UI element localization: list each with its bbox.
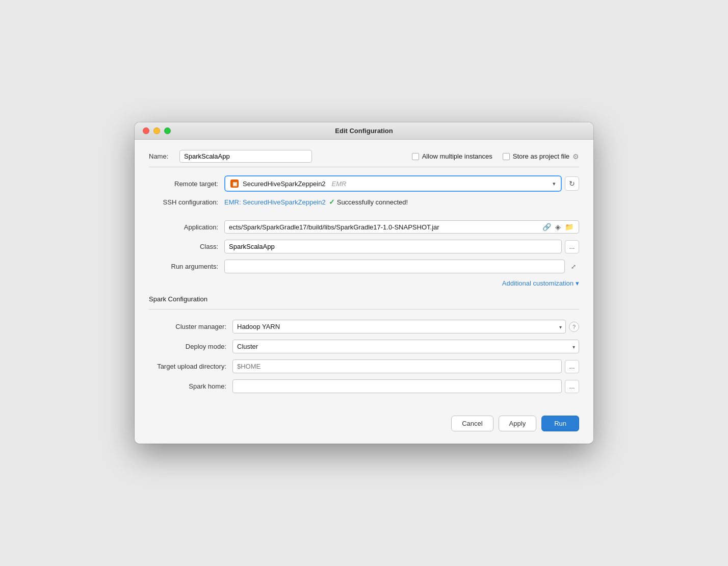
target-upload-label: Target upload directory: [157,363,232,370]
cluster-manager-select-wrapper: Hadoop YARN Apache Mesos Kubernetes Stan… [232,320,566,333]
expand-icon: ⤢ [571,263,576,270]
class-ellipsis-button[interactable]: ... [565,240,579,253]
expand-button[interactable]: ⤢ [568,261,579,272]
application-row: Application: ects/Spark/SparkGradle17/bu… [149,220,579,234]
cluster-help-button[interactable]: ? [569,322,579,332]
target-upload-ellipsis-icon: ... [569,363,575,370]
remote-target-tag: EMR [332,180,347,188]
spark-home-label: Spark home: [157,382,232,390]
spark-inner-content: Cluster manager: Hadoop YARN Apache Meso… [149,320,579,393]
class-label: Class: [149,243,224,250]
gear-icon[interactable]: ⚙ [573,152,579,161]
target-upload-ellipsis-button[interactable]: ... [565,360,579,373]
store-project-label: Store as project file [513,152,569,160]
refresh-icon: ↻ [569,179,575,188]
name-input[interactable] [179,150,312,163]
run-button[interactable]: Run [541,416,579,431]
spark-section-header: Spark Configuration [149,295,579,303]
run-arguments-input[interactable] [224,260,565,273]
spark-home-field: ... [232,379,579,393]
cluster-manager-select[interactable]: Hadoop YARN Apache Mesos Kubernetes Stan… [232,320,566,333]
cancel-button[interactable]: Cancel [451,416,493,431]
name-label: Name: [149,152,179,160]
remote-target-name: SecuredHiveSparkZeppein2 [243,180,326,188]
additional-customization-label: Additional customization [502,279,574,287]
deploy-mode-row: Deploy mode: Cluster Client ▾ [157,340,579,353]
spark-section-divider [149,309,579,310]
spark-home-ellipsis-icon: ... [569,382,575,390]
cluster-manager-field: Hadoop YARN Apache Mesos Kubernetes Stan… [232,320,579,333]
deploy-mode-label: Deploy mode: [157,343,232,350]
additional-chevron-icon: ▾ [576,279,579,287]
additional-customization-link[interactable]: Additional customization ▾ [502,279,579,287]
class-row: Class: ... [149,240,579,253]
target-upload-row: Target upload directory: ... [157,359,579,373]
spark-home-ellipsis-button[interactable]: ... [565,380,579,393]
allow-multiple-wrapper: Allow multiple instances [412,152,492,160]
class-field: ... [224,240,579,253]
additional-customization-row: Additional customization ▾ [149,279,579,287]
store-project-wrapper: Store as project file ⚙ [503,152,579,161]
edit-configuration-window: Edit Configuration Name: Allow multiple … [135,122,593,444]
link-icon[interactable]: 🔗 [541,223,552,231]
window-title: Edit Configuration [335,127,393,135]
content-area: Name: Allow multiple instances Store as … [135,140,593,444]
deploy-mode-field: Cluster Client ▾ [232,340,579,353]
remote-target-dropdown[interactable]: ▣ SecuredHiveSparkZeppein2 EMR ▾ [224,175,562,192]
ellipsis-icon: ... [569,243,575,250]
run-arguments-row: Run arguments: ⤢ [149,260,579,273]
allow-multiple-label: Allow multiple instances [422,152,492,160]
spark-home-row: Spark home: ... [157,379,579,393]
refresh-button[interactable]: ↻ [565,176,579,191]
ssh-config-row: SSH configuration: EMR: SecuredHiveSpark… [149,198,579,206]
cluster-manager-label: Cluster manager: [157,323,232,330]
top-checkboxes: Allow multiple instances Store as projec… [412,152,579,161]
target-upload-field: ... [232,359,579,373]
deploy-mode-select-wrapper: Cluster Client ▾ [232,340,579,353]
folder-icon[interactable]: 📁 [564,223,575,231]
class-input[interactable] [224,240,562,253]
remote-target-label: Remote target: [149,180,224,188]
remote-target-row: Remote target: ▣ SecuredHiveSparkZeppein… [149,175,579,192]
remote-dropdown-chevron-icon: ▾ [553,181,556,187]
ssh-config-field: EMR: SecuredHiveSparkZeppein2 ✓ Successf… [224,198,579,206]
ssh-config-link[interactable]: EMR: SecuredHiveSparkZeppein2 [224,198,326,206]
application-path: ects/Spark/SparkGradle17/build/libs/Spar… [229,223,539,231]
footer-buttons: Cancel Apply Run [149,405,579,431]
check-icon: ✓ [329,198,335,206]
titlebar: Edit Configuration [135,122,593,140]
spark-configuration-section: Spark Configuration Cluster manager: Had… [149,295,579,393]
ssh-status: ✓ Successfully connected! [329,198,408,206]
application-label: Application: [149,223,224,231]
target-upload-input[interactable] [232,359,562,373]
application-field: ects/Spark/SparkGradle17/build/libs/Spar… [224,220,579,234]
run-arguments-field: ⤢ [224,260,579,273]
diamond-icon[interactable]: ◈ [554,223,562,231]
ssh-config-label: SSH configuration: [149,198,224,206]
minimize-button[interactable] [153,127,160,134]
top-divider [149,167,579,167]
traffic-lights [143,127,171,134]
store-project-checkbox[interactable] [503,153,510,160]
ssh-status-text: Successfully connected! [337,198,408,206]
emr-icon: ▣ [230,179,239,188]
name-row: Name: Allow multiple instances Store as … [149,150,579,163]
apply-button[interactable]: Apply [499,416,537,431]
application-input-wrapper[interactable]: ects/Spark/SparkGradle17/build/libs/Spar… [224,220,579,234]
cluster-manager-row: Cluster manager: Hadoop YARN Apache Meso… [157,320,579,333]
maximize-button[interactable] [164,127,171,134]
run-arguments-label: Run arguments: [149,263,224,270]
spark-home-input[interactable] [232,379,562,393]
deploy-mode-select[interactable]: Cluster Client [232,340,579,353]
close-button[interactable] [143,127,149,134]
remote-target-field: ▣ SecuredHiveSparkZeppein2 EMR ▾ ↻ [224,175,579,192]
allow-multiple-checkbox[interactable] [412,153,419,160]
